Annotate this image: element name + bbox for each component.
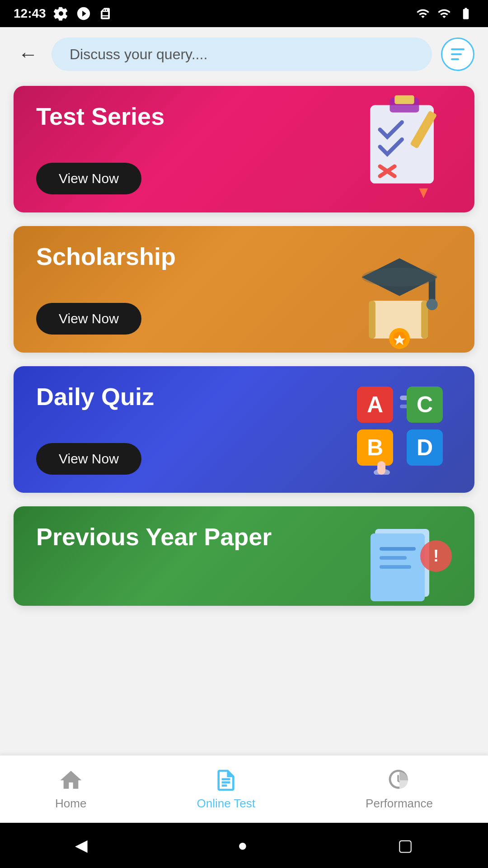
home-label: Home xyxy=(55,797,86,811)
menu-button[interactable] xyxy=(441,38,474,71)
clipboard-illustration xyxy=(352,90,456,208)
recents-nav-icon[interactable]: ▢ xyxy=(398,836,413,855)
scholarship-title: Scholarship xyxy=(36,242,176,270)
performance-icon xyxy=(387,768,412,793)
svg-rect-29 xyxy=(377,461,385,475)
svg-text:B: B xyxy=(367,435,383,460)
daily-quiz-card[interactable]: Daily Quiz View Now A C B D xyxy=(14,366,474,493)
android-nav-bar: ◀ ● ▢ xyxy=(0,823,488,868)
status-bar: 12:43 xyxy=(0,0,488,27)
search-bar[interactable]: Discuss your query.... xyxy=(52,38,432,71)
nav-performance[interactable]: Performance xyxy=(366,768,433,811)
daily-quiz-title: Daily Quiz xyxy=(36,382,154,410)
online-test-icon xyxy=(213,768,239,793)
svg-rect-0 xyxy=(370,105,434,184)
test-series-title: Test Series xyxy=(36,102,164,130)
daily-quiz-view-btn[interactable]: View Now xyxy=(36,443,141,475)
previous-year-title: Previous Year Paper xyxy=(36,523,272,551)
battery-icon xyxy=(457,7,474,20)
svg-text:C: C xyxy=(417,392,433,417)
svg-rect-34 xyxy=(380,565,411,569)
header: ← Discuss your query.... xyxy=(0,27,488,81)
time-display: 12:43 xyxy=(14,6,46,21)
svg-rect-33 xyxy=(380,556,407,560)
svg-rect-8 xyxy=(369,301,375,338)
svg-point-16 xyxy=(362,268,437,287)
settings-icon xyxy=(53,6,69,21)
signal-icon xyxy=(437,7,451,20)
content-area: Test Series View Now Scholarship View No… xyxy=(0,81,488,800)
scholarship-card[interactable]: Scholarship View Now xyxy=(14,226,474,353)
previous-year-card[interactable]: Previous Year Paper ! xyxy=(14,506,474,606)
scholarship-illustration xyxy=(357,244,461,353)
home-icon xyxy=(58,768,84,793)
performance-label: Performance xyxy=(366,797,433,811)
svg-point-15 xyxy=(427,299,438,310)
sim-icon xyxy=(99,6,112,21)
search-placeholder: Discuss your query.... xyxy=(70,46,207,63)
svg-marker-6 xyxy=(419,189,428,198)
quiz-illustration: A C B D xyxy=(352,384,452,475)
wifi-icon xyxy=(415,7,431,20)
test-series-view-btn[interactable]: View Now xyxy=(36,163,141,194)
online-test-label: Online Test xyxy=(197,797,255,811)
back-nav-icon[interactable]: ◀ xyxy=(75,836,88,855)
back-button[interactable]: ← xyxy=(14,38,42,70)
svg-text:D: D xyxy=(417,435,433,460)
nav-home[interactable]: Home xyxy=(55,768,86,811)
bottom-nav: Home Online Test Performance xyxy=(0,755,488,823)
prev-year-illustration: ! xyxy=(366,524,456,606)
nav-online-test[interactable]: Online Test xyxy=(197,768,255,811)
test-series-card[interactable]: Test Series View Now xyxy=(14,86,474,212)
home-nav-icon[interactable]: ● xyxy=(238,836,248,855)
scholarship-view-btn[interactable]: View Now xyxy=(36,303,141,335)
svg-text:A: A xyxy=(367,392,383,417)
play-icon xyxy=(76,6,91,21)
svg-rect-32 xyxy=(380,547,416,551)
svg-text:!: ! xyxy=(433,547,439,565)
svg-rect-2 xyxy=(394,95,414,104)
hamburger-icon xyxy=(451,48,465,60)
